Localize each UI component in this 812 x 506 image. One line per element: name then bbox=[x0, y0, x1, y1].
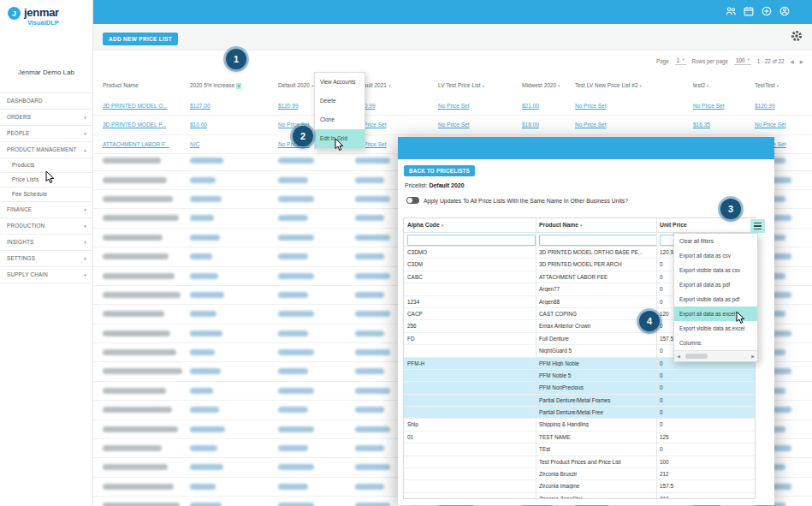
scroll-right-icon[interactable]: ▶ bbox=[751, 354, 755, 359]
sidebar-item[interactable]: Fee Schedule bbox=[0, 188, 92, 202]
unit-price-cell[interactable]: 210 bbox=[660, 496, 752, 499]
product-name-cell[interactable]: Argen88 bbox=[539, 299, 657, 305]
unit-price-cell[interactable]: 0 bbox=[660, 384, 752, 390]
product-name-cell[interactable]: PFM NonPrecious bbox=[539, 384, 657, 390]
sidebar-item[interactable]: ORDERS▾ bbox=[0, 110, 92, 126]
rows-per-page-select[interactable]: 100▾ bbox=[734, 57, 751, 65]
sidebar-item[interactable]: SETTINGS▾ bbox=[0, 251, 92, 267]
column-header-lv-test-price-list[interactable]: LV Test Price List▾ bbox=[438, 82, 484, 88]
scrollbar-thumb[interactable] bbox=[685, 354, 708, 359]
back-to-pricelists-button[interactable]: BACK TO PRICELISTS bbox=[404, 165, 475, 176]
alpha-code-cell[interactable]: C3DMO bbox=[407, 249, 534, 255]
price-cell[interactable]: $18.00 bbox=[522, 122, 539, 128]
product-name-cell[interactable]: PFM High Noble bbox=[539, 360, 657, 366]
apply-updates-toggle[interactable] bbox=[406, 197, 419, 204]
column-header-testtest[interactable]: TestTest▾ bbox=[755, 82, 779, 88]
alpha-code-cell[interactable]: CACP bbox=[407, 311, 534, 317]
product-name-link[interactable]: 3D PRINTED MODEL P... bbox=[103, 122, 166, 128]
export-menu-item[interactable]: Export all data as pdf bbox=[674, 277, 757, 292]
price-cell[interactable]: No Price Set bbox=[575, 103, 607, 109]
price-cell[interactable]: $16.35 bbox=[693, 122, 710, 128]
alpha-code-cell[interactable]: FD bbox=[407, 336, 534, 342]
sidebar-item[interactable]: PRODUCTION▾ bbox=[0, 218, 92, 235]
grid-column-unit-price[interactable]: Unit Price bbox=[660, 222, 687, 228]
product-name-cell[interactable]: TEST NAME bbox=[539, 434, 657, 440]
prev-page-button[interactable]: ◀ bbox=[791, 59, 794, 64]
grid-column-product-name[interactable]: Product Name▾ bbox=[539, 222, 582, 228]
columns-scrollbar[interactable]: ◀ ▶ bbox=[674, 350, 757, 361]
column-header-test-lv-new-price-list-2[interactable]: Test LV New Price List #2▾ bbox=[575, 82, 642, 88]
page-select[interactable]: 1▾ bbox=[675, 57, 686, 65]
column-header-2020-5-increase[interactable]: 2020 5% increase▾ bbox=[190, 82, 241, 88]
grid-row[interactable]: PFM NonPrecious 0 bbox=[404, 382, 755, 394]
sidebar-item[interactable]: PEOPLE▾ bbox=[0, 126, 92, 142]
gear-icon[interactable] bbox=[791, 30, 803, 45]
price-cell[interactable]: $10.00 bbox=[190, 122, 207, 128]
product-name-cell[interactable]: Full Denture bbox=[539, 336, 657, 342]
product-name-cell[interactable]: NightGuard 5 bbox=[539, 348, 657, 354]
scroll-left-icon[interactable]: ◀ bbox=[677, 354, 680, 359]
grid-row[interactable]: TEst 0 bbox=[404, 443, 755, 455]
alpha-code-cell[interactable]: PFM-H bbox=[407, 360, 534, 366]
alpha-code-cell[interactable]: 01 bbox=[407, 434, 534, 440]
price-cell[interactable]: No Price Set bbox=[575, 122, 607, 128]
grid-row[interactable]: Zirconia Bruxzir 212 bbox=[404, 468, 755, 480]
alpha-code-cell[interactable]: 256 bbox=[407, 323, 534, 329]
unit-price-cell[interactable]: 125 bbox=[660, 434, 752, 440]
grid-column-alpha-code[interactable]: Alpha Code▾ bbox=[407, 222, 443, 228]
users-icon[interactable] bbox=[726, 6, 736, 16]
unit-price-cell[interactable]: 100 bbox=[660, 459, 752, 465]
next-page-button[interactable]: ▶ bbox=[800, 59, 803, 64]
price-cell[interactable]: $21.00 bbox=[522, 103, 539, 109]
grid-row[interactable]: Zirconia Imagine 157.5 bbox=[404, 480, 755, 492]
alpha-code-cell[interactable]: 1234 bbox=[407, 299, 534, 305]
export-menu-item[interactable]: Export visible data as csv bbox=[674, 263, 757, 277]
sidebar-item[interactable]: DASHBOARD bbox=[0, 93, 92, 110]
column-header-test2[interactable]: test2▾ bbox=[693, 82, 708, 88]
price-cell[interactable]: $120.99 bbox=[755, 103, 775, 109]
product-name-cell[interactable]: Partial Denture/Metal Free bbox=[539, 409, 657, 415]
export-menu-item[interactable]: Columns: bbox=[674, 336, 757, 350]
column-header-product-name[interactable]: Product Name bbox=[103, 82, 139, 88]
context-menu-item[interactable]: Delete bbox=[315, 92, 365, 110]
product-name-cell[interactable]: Partial Denture/Metal Frames bbox=[539, 397, 657, 403]
grid-menu-icon[interactable] bbox=[750, 219, 765, 233]
add-circle-icon[interactable] bbox=[762, 6, 772, 16]
price-cell[interactable]: No Price Set bbox=[693, 103, 725, 109]
product-name-cell[interactable]: ATTACHMENT LABOR FEE bbox=[539, 274, 657, 280]
column-header-midwest-2020[interactable]: Midwest 2020▾ bbox=[522, 82, 560, 88]
unit-price-cell[interactable]: 0 bbox=[660, 446, 752, 452]
price-cell[interactable]: $120.99 bbox=[278, 103, 299, 109]
unit-price-cell[interactable]: 0 bbox=[660, 421, 752, 427]
alpha-code-filter-input[interactable] bbox=[407, 235, 536, 246]
product-name-cell[interactable]: TEst bbox=[539, 446, 657, 452]
product-name-filter-input[interactable] bbox=[539, 235, 657, 246]
unit-price-cell[interactable]: 0 bbox=[660, 372, 752, 378]
product-name-cell[interactable]: Shipping & Handling bbox=[539, 421, 657, 427]
sidebar-item[interactable]: FINANCE▾ bbox=[0, 202, 92, 218]
price-cell[interactable]: N/C bbox=[190, 141, 199, 147]
product-name-cell[interactable]: Zirconia Bruxzir bbox=[539, 471, 657, 477]
product-name-cell[interactable]: 3D PRINTED MODEL PER ARCH bbox=[539, 261, 657, 267]
product-name-cell[interactable]: Test Product Prices and Price List bbox=[539, 459, 657, 465]
account-icon[interactable] bbox=[779, 6, 790, 16]
price-cell[interactable]: $127.00 bbox=[190, 103, 210, 109]
unit-price-cell[interactable]: 0 bbox=[660, 397, 752, 403]
price-cell[interactable]: No Price Set bbox=[438, 103, 470, 109]
sidebar-item[interactable]: PRODUCT MANAGEMENT▴ bbox=[0, 142, 92, 158]
product-name-link[interactable]: ATTACHMENT LABOR F... bbox=[103, 141, 169, 147]
unit-price-cell[interactable]: 212 bbox=[660, 471, 752, 477]
price-cell[interactable]: No Price Set bbox=[438, 122, 470, 128]
calendar-icon[interactable] bbox=[744, 6, 754, 16]
grid-row[interactable]: PFM Noble 5 0 bbox=[404, 370, 755, 382]
product-name-cell[interactable]: PFM Noble 5 bbox=[539, 372, 657, 378]
unit-price-cell[interactable]: 0 bbox=[660, 409, 752, 415]
column-header-default-2020[interactable]: Default 2020▾ bbox=[278, 82, 313, 88]
grid-row[interactable]: 01 TEST NAME 125 bbox=[404, 432, 755, 443]
add-new-price-list-button[interactable]: ADD NEW PRICE LIST bbox=[103, 33, 178, 45]
context-menu-item[interactable]: View Accounts bbox=[315, 73, 365, 92]
grid-row[interactable]: Test Product Prices and Price List 100 bbox=[404, 456, 755, 468]
grid-row[interactable]: Ship Shipping & Handling 0 bbox=[404, 419, 755, 431]
product-name-cell[interactable]: Zirconia ZenoStar bbox=[539, 496, 657, 499]
grid-row[interactable]: Partial Denture/Metal Frames 0 bbox=[404, 395, 755, 407]
